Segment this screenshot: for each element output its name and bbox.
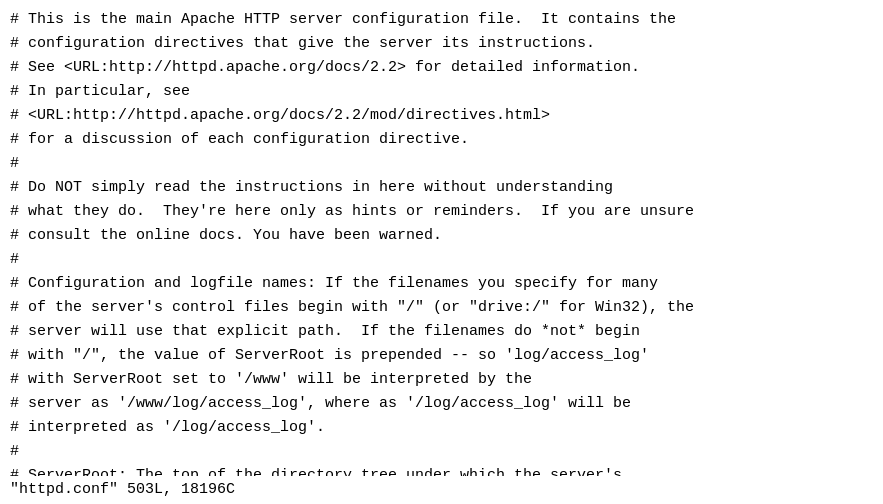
line: # This is the main Apache HTTP server co…: [10, 8, 873, 32]
line: #: [10, 248, 873, 272]
line: # what they do. They're here only as hin…: [10, 200, 873, 224]
terminal-window: # This is the main Apache HTTP server co…: [0, 0, 883, 504]
line: # with ServerRoot set to '/www' will be …: [10, 368, 873, 392]
status-bar: "httpd.conf" 503L, 18196C: [0, 476, 883, 504]
line: # In particular, see: [10, 80, 873, 104]
line: # with "/", the value of ServerRoot is p…: [10, 344, 873, 368]
code-content: # This is the main Apache HTTP server co…: [10, 8, 873, 504]
line: # for a discussion of each configuration…: [10, 128, 873, 152]
line: # Configuration and logfile names: If th…: [10, 272, 873, 296]
line: #: [10, 152, 873, 176]
line: # configuration directives that give the…: [10, 32, 873, 56]
line: # Do NOT simply read the instructions in…: [10, 176, 873, 200]
line: # server as '/www/log/access_log', where…: [10, 392, 873, 416]
line: # See <URL:http://httpd.apache.org/docs/…: [10, 56, 873, 80]
line: # <URL:http://httpd.apache.org/docs/2.2/…: [10, 104, 873, 128]
line: # of the server's control files begin wi…: [10, 296, 873, 320]
line: #: [10, 440, 873, 464]
line: # consult the online docs. You have been…: [10, 224, 873, 248]
line: # server will use that explicit path. If…: [10, 320, 873, 344]
status-text: "httpd.conf" 503L, 18196C: [10, 481, 235, 498]
line: # interpreted as '/log/access_log'.: [10, 416, 873, 440]
